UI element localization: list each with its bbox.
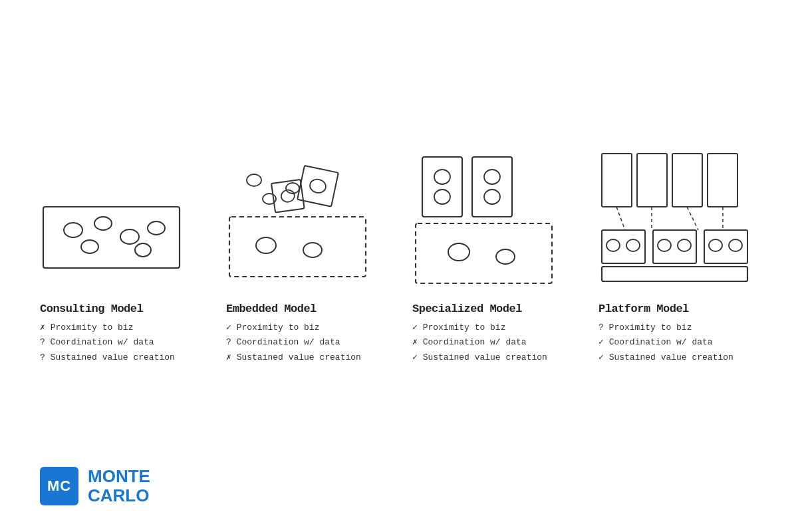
platform-sketch — [598, 147, 745, 293]
svg-point-41 — [709, 239, 722, 251]
logo-name: MONTE CARLO — [88, 467, 150, 505]
embedded-attr-0: ✓ Proximity to biz — [226, 321, 361, 335]
embedded-svg — [226, 147, 372, 293]
platform-svg — [598, 147, 758, 293]
svg-point-38 — [626, 239, 640, 251]
svg-point-8 — [309, 178, 327, 195]
logo-line2: CARLO — [88, 486, 150, 505]
svg-point-18 — [434, 170, 450, 184]
consulting-attr-2: ? Sustained value creation — [40, 350, 175, 365]
consulting-model-col: Consulting Model ✗ Proximity to biz ? Co… — [40, 147, 200, 364]
svg-point-22 — [484, 190, 500, 204]
consulting-attr-0: ✗ Proximity to biz — [40, 321, 175, 335]
svg-point-11 — [247, 174, 261, 186]
logo-area: MC MONTE CARLO — [40, 467, 150, 505]
svg-point-40 — [678, 239, 691, 251]
specialized-svg — [412, 147, 559, 293]
logo-line1: MONTE — [88, 467, 150, 486]
svg-rect-14 — [229, 217, 366, 277]
specialized-title: Specialized Model — [412, 303, 522, 315]
svg-point-2 — [94, 217, 112, 230]
embedded-sketch — [226, 147, 372, 293]
svg-point-19 — [434, 190, 450, 204]
svg-rect-43 — [602, 267, 747, 281]
specialized-model-col: Specialized Model ✓ Proximity to biz ✗ C… — [412, 147, 572, 364]
platform-attr-2: ✓ Sustained value creation — [598, 350, 733, 365]
svg-rect-23 — [416, 223, 552, 283]
svg-rect-27 — [637, 154, 667, 207]
specialized-attr-0: ✓ Proximity to biz — [412, 321, 547, 335]
svg-rect-34 — [602, 230, 645, 263]
specialized-desc: ✓ Proximity to biz ✗ Coordination w/ dat… — [412, 321, 547, 364]
svg-point-39 — [658, 239, 671, 251]
specialized-sketch — [412, 147, 559, 293]
svg-rect-20 — [472, 157, 512, 217]
svg-rect-29 — [708, 154, 737, 207]
models-container: Consulting Model ✗ Proximity to biz ? Co… — [40, 147, 758, 364]
svg-point-5 — [81, 240, 98, 253]
svg-point-6 — [135, 243, 151, 257]
platform-model-col: Platform Model ? Proximity to biz ✓ Coor… — [598, 147, 758, 364]
page: Consulting Model ✗ Proximity to biz ? Co… — [0, 0, 798, 532]
platform-attr-1: ✓ Coordination w/ data — [598, 335, 733, 350]
platform-attr-0: ? Proximity to biz — [598, 321, 733, 335]
svg-rect-0 — [43, 207, 180, 268]
svg-line-32 — [687, 207, 698, 230]
svg-rect-17 — [422, 157, 462, 217]
logo-box: MC — [40, 467, 78, 505]
embedded-title: Embedded Model — [226, 303, 317, 315]
svg-rect-28 — [672, 154, 702, 207]
consulting-attr-1: ? Coordination w/ data — [40, 335, 175, 350]
svg-point-16 — [303, 243, 322, 257]
embedded-model-col: Embedded Model ✓ Proximity to biz ? Coor… — [226, 147, 386, 364]
specialized-attr-2: ✓ Sustained value creation — [412, 350, 547, 365]
svg-point-24 — [448, 243, 469, 261]
svg-rect-26 — [602, 154, 632, 207]
consulting-title: Consulting Model — [40, 303, 143, 315]
svg-point-42 — [729, 239, 742, 251]
svg-point-3 — [120, 229, 139, 244]
svg-point-37 — [606, 239, 620, 251]
embedded-attr-2: ✗ Sustained value creation — [226, 350, 361, 365]
svg-point-21 — [484, 170, 500, 184]
svg-point-1 — [64, 223, 82, 237]
platform-desc: ? Proximity to biz ✓ Coordination w/ dat… — [598, 321, 733, 364]
consulting-sketch — [40, 147, 186, 293]
embedded-desc: ✓ Proximity to biz ? Coordination w/ dat… — [226, 321, 361, 364]
svg-point-15 — [256, 237, 276, 253]
svg-rect-36 — [704, 230, 747, 263]
consulting-svg — [40, 147, 186, 293]
svg-line-30 — [616, 207, 625, 230]
consulting-desc: ✗ Proximity to biz ? Coordination w/ dat… — [40, 321, 175, 364]
svg-rect-35 — [653, 230, 696, 263]
specialized-attr-1: ✗ Coordination w/ data — [412, 335, 547, 350]
platform-title: Platform Model — [598, 303, 689, 315]
svg-point-25 — [496, 249, 515, 264]
embedded-attr-1: ? Coordination w/ data — [226, 335, 361, 350]
svg-point-4 — [148, 221, 165, 235]
